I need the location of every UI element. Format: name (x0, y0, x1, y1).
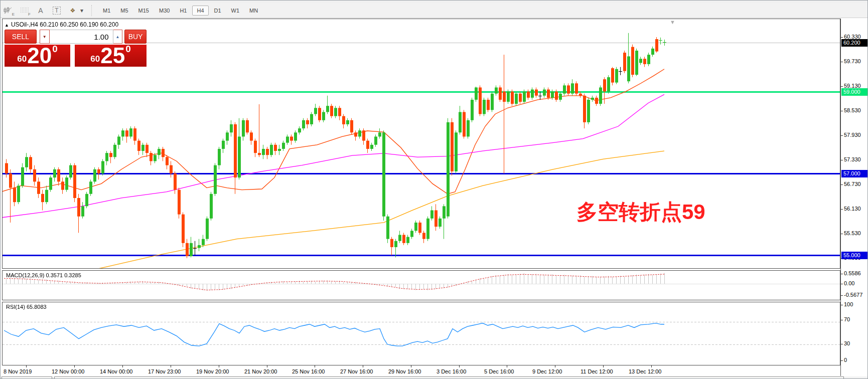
macd-scale-tick (841, 274, 843, 274)
time-axis[interactable]: 8 Nov 201912 Nov 00:0014 Nov 00:0017 Nov… (2, 365, 840, 376)
buy-price-display[interactable]: 60 25 0 (75, 45, 147, 67)
chart-header: ▲USOil-,H4 60.210 60.250 60.190 60.200 (5, 21, 118, 28)
price-badge-60.200: 60.200 (841, 39, 867, 47)
time-tick-mark (122, 365, 123, 367)
chart-shift-marker-icon[interactable]: ▼ (670, 19, 675, 25)
time-tick-mark (171, 365, 171, 367)
quantity-input[interactable] (50, 30, 113, 44)
timeframe-button-h1[interactable]: H1 (175, 6, 191, 16)
sell-price-big: 20 (27, 46, 52, 66)
time-tick-mark (411, 365, 411, 367)
price-tick-label: 59.730 (844, 58, 861, 64)
rsi-scale-label: 70 (844, 316, 850, 322)
macd-scale-tick (841, 284, 843, 284)
time-tick-label: 27 Nov 16:00 (340, 368, 373, 374)
timeframe-button-m30[interactable]: M30 (155, 6, 174, 16)
macd-scale-label: 0.5586 (844, 270, 861, 276)
objects-arrows-icon[interactable]: ❖ (66, 5, 79, 16)
buy-price-small: 60 (90, 54, 100, 66)
rsi-scale-tick (841, 360, 843, 361)
timeframe-button-h4[interactable]: H4 (192, 6, 208, 16)
rsi-canvas[interactable] (3, 302, 840, 365)
price-tick-label: 57.930 (844, 132, 861, 138)
letter-t-glyph: T (53, 7, 60, 15)
main-toolbar: E F A T ❖ ▾ M1M5M15M30H1H4D1W1MN (1, 3, 867, 18)
buy-price-sup: 0 (125, 45, 131, 54)
quantity-decrease-button[interactable]: ▼ (40, 30, 50, 44)
rsi-indicator-panel[interactable]: RSI(14) 65.8083 (2, 302, 840, 365)
bottom-tab-strip (1, 376, 867, 379)
sell-price-small: 60 (17, 54, 27, 66)
diamonds-glyph: ❖ (70, 7, 76, 14)
time-tick-label: 13 Dec 12:00 (629, 368, 661, 374)
time-tick-label: 14 Nov 00:00 (100, 368, 132, 374)
time-tick-mark (459, 365, 460, 367)
time-tick-mark (267, 365, 267, 367)
time-tick-label: 3 Dec 16:00 (437, 368, 466, 374)
time-tick-mark (26, 365, 27, 367)
time-tick-mark (74, 365, 75, 367)
chevron-down-icon: ▾ (80, 7, 83, 14)
price-badge-57.000: 57.000 (841, 170, 867, 177)
macd-label: MACD(12,26,9) 0.3571 0.3285 (5, 272, 82, 278)
price-tick-mark (841, 160, 843, 160)
timeframe-button-mn[interactable]: MN (245, 6, 262, 16)
price-axis[interactable]: 60.33059.73059.13058.53057.93057.33056.7… (840, 19, 868, 376)
time-tick-mark (507, 365, 507, 367)
time-tick-label: 21 Nov 20:00 (244, 368, 277, 374)
timeframe-bar: M1M5M15M30H1H4D1W1MN (98, 6, 263, 16)
time-tick-mark (315, 365, 315, 367)
time-tick-mark (219, 365, 219, 367)
price-tick-mark (841, 111, 843, 111)
timeframe-button-w1[interactable]: W1 (227, 6, 244, 16)
macd-indicator-panel[interactable]: MACD(12,26,9) 0.3571 0.3285 (2, 270, 840, 300)
price-tick-mark (841, 234, 843, 234)
quantity-increase-button[interactable]: ▲ (113, 30, 123, 44)
price-tick-mark (841, 62, 843, 62)
chart-annotation-text: 多空转折点59 (576, 198, 705, 226)
macd-scale-tick (841, 295, 843, 296)
timeframe-button-d1[interactable]: D1 (210, 6, 226, 16)
objects-dropdown-caret-icon[interactable]: ▾ (79, 5, 85, 16)
letter-a-glyph: A (38, 7, 43, 15)
buy-price-big: 25 (100, 46, 125, 66)
price-tick-mark (841, 184, 843, 185)
macd-scale-label: -0.5677 (844, 292, 862, 298)
grid-icon[interactable]: F (18, 5, 31, 16)
sell-button[interactable]: SELL (5, 30, 37, 44)
time-tick-mark (603, 365, 604, 367)
indicator-list-icon[interactable]: E (2, 5, 15, 16)
time-tick-label: 25 Nov 16:00 (292, 368, 325, 374)
toolbar-separator (91, 5, 95, 16)
sell-price-display[interactable]: 60 20 0 (5, 45, 70, 67)
rsi-scale-label: 100 (844, 301, 853, 307)
price-badge-59.000: 59.000 (841, 88, 867, 96)
macd-scale-label: 0.00 (844, 280, 854, 286)
price-tick-label: 56.130 (844, 206, 861, 212)
sell-price-sup: 0 (52, 45, 58, 54)
collapse-arrow-icon[interactable]: ▲ (5, 23, 9, 28)
time-tick-label: 8 Nov 2019 (4, 368, 32, 374)
bottom-tab-main[interactable] (54, 376, 844, 379)
timeframe-button-m1[interactable]: M1 (98, 6, 115, 16)
macd-canvas[interactable] (3, 271, 840, 300)
rsi-scale-tick (841, 320, 843, 320)
time-tick-label: 29 Nov 16:00 (388, 368, 421, 374)
text-box-icon[interactable]: T (50, 5, 63, 16)
icon-sub-label: F (28, 12, 31, 17)
time-tick-label: 12 Nov 00:00 (52, 368, 84, 374)
time-tick-mark (555, 365, 555, 367)
timeframe-button-m5[interactable]: M5 (116, 6, 132, 16)
price-badge-55.000: 55.000 (841, 252, 867, 259)
icon-sub-label: E (12, 12, 15, 17)
timeframe-button-m15[interactable]: M15 (134, 6, 154, 16)
symbol-ohlc-text: USOil-,H4 60.210 60.250 60.190 60.200 (11, 21, 118, 28)
time-tick-mark (363, 365, 363, 367)
time-tick-mark (651, 365, 652, 367)
bottom-tab-left[interactable] (2, 376, 52, 379)
text-label-icon[interactable]: A (34, 5, 47, 16)
buy-button[interactable]: BUY (124, 30, 147, 44)
time-tick-label: 5 Dec 16:00 (484, 368, 514, 374)
rsi-label: RSI(14) 65.8083 (5, 304, 48, 310)
price-tick-label: 56.730 (844, 181, 861, 187)
